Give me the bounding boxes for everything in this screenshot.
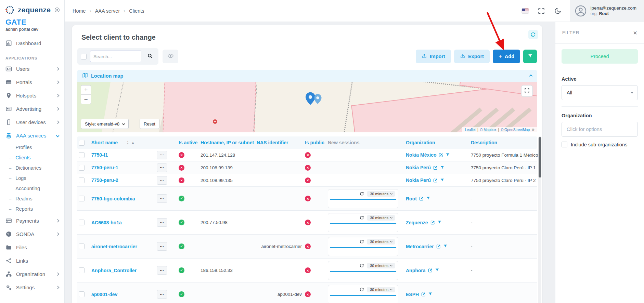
collapse-map-icon[interactable] xyxy=(529,74,533,78)
row-actions-button[interactable]: ••• xyxy=(157,218,167,227)
sidebar-subitem-logs[interactable]: –Logs xyxy=(0,173,64,183)
client-map-marker[interactable] xyxy=(312,93,323,105)
map-reset-button[interactable]: Reset xyxy=(140,119,159,129)
client-name-link[interactable]: AC6608-ho1a xyxy=(91,220,122,225)
client-name-link[interactable]: 7750-f1 xyxy=(91,152,108,158)
sidebar-item-files[interactable]: Files xyxy=(0,241,64,254)
zoom-out-button[interactable]: − xyxy=(81,95,91,104)
sidebar-item-settings[interactable]: Settings xyxy=(0,281,64,294)
row-actions-button[interactable]: ••• xyxy=(157,176,167,185)
client-name-link[interactable]: ap0001-dev xyxy=(91,292,117,297)
row-actions-button[interactable]: ••• xyxy=(157,151,167,159)
sidebar-item-links[interactable]: Links xyxy=(0,254,64,267)
select-all-checkbox[interactable] xyxy=(81,54,87,60)
fullscreen-icon[interactable] xyxy=(538,7,545,15)
org-filter-funnel-icon[interactable] xyxy=(440,165,445,170)
org-filter-funnel-icon[interactable] xyxy=(437,220,442,225)
row-checkbox[interactable] xyxy=(79,291,85,297)
row-actions-button[interactable]: ••• xyxy=(157,290,167,299)
row-checkbox[interactable] xyxy=(79,152,85,158)
map-style-select[interactable]: Style: emerald-v8 xyxy=(81,119,129,129)
search-input[interactable] xyxy=(90,51,141,62)
organization-link[interactable]: Nokia México xyxy=(406,152,436,158)
refresh-icon[interactable] xyxy=(360,263,364,268)
user-menu[interactable]: ipena@zequenze.com org: Root xyxy=(570,0,644,22)
org-filter-funnel-icon[interactable] xyxy=(428,292,433,297)
edit-icon[interactable] xyxy=(419,196,424,201)
sidebar-item-portals[interactable]: Portals xyxy=(0,76,64,89)
sidebar-subitem-realms[interactable]: –Realms xyxy=(0,194,64,204)
col-short-name[interactable]: Short name xyxy=(91,140,118,145)
scrollbar-thumb[interactable] xyxy=(539,137,541,177)
row-checkbox[interactable] xyxy=(79,220,85,225)
sidebar-subitem-profiles[interactable]: –Profiles xyxy=(0,142,64,153)
proceed-button[interactable]: Proceed xyxy=(562,49,638,64)
edit-icon[interactable] xyxy=(433,178,438,183)
sidebar-subitem-reports[interactable]: –Reports xyxy=(0,204,64,214)
sidebar-item-hotspots[interactable]: Hotspots xyxy=(0,89,64,102)
refresh-icon[interactable] xyxy=(360,239,364,244)
session-interval-select[interactable]: 30 minutes xyxy=(367,239,395,245)
sidebar-item-users[interactable]: Users xyxy=(0,62,64,76)
row-checkbox[interactable] xyxy=(79,243,85,249)
sidebar-subitem-dictionaries[interactable]: –Dictionaries xyxy=(0,163,64,173)
leaflet-link[interactable]: Leaflet xyxy=(465,128,476,132)
breadcrumb-home[interactable]: Home xyxy=(73,8,86,14)
row-checkbox[interactable] xyxy=(79,196,85,201)
refresh-icon[interactable] xyxy=(360,215,364,220)
sidebar-subitem-clients[interactable]: –Clients xyxy=(0,153,64,163)
organization-link[interactable]: Anphora xyxy=(406,268,426,273)
header-checkbox[interactable] xyxy=(79,140,85,146)
org-filter-funnel-icon[interactable] xyxy=(440,178,445,183)
include-sub-orgs-checkbox[interactable] xyxy=(562,142,567,147)
org-filter-funnel-icon[interactable] xyxy=(446,153,451,158)
sidebar-item-organization[interactable]: Organization xyxy=(0,267,64,281)
sort-icon[interactable]: ▲▼ ▲ xyxy=(127,141,134,145)
edit-icon[interactable] xyxy=(433,165,438,170)
organization-link[interactable]: Metrocarrier xyxy=(406,244,434,249)
session-interval-select[interactable]: 30 minutes xyxy=(367,191,395,197)
session-interval-select[interactable]: 30 minutes xyxy=(367,215,395,221)
col-organization[interactable]: Organization xyxy=(406,140,435,145)
close-icon[interactable]: × xyxy=(633,29,637,36)
sidebar-item-devices[interactable]: User devices xyxy=(0,116,64,129)
row-actions-button[interactable]: ••• xyxy=(157,242,167,251)
sidebar-item-payments[interactable]: Payments xyxy=(0,214,64,227)
session-interval-select[interactable]: 30 minutes xyxy=(367,287,395,292)
refresh-list-icon[interactable] xyxy=(528,30,538,39)
col-hostname[interactable]: Hostname, IP or subnet xyxy=(201,140,254,145)
col-description[interactable]: Description xyxy=(471,140,497,145)
location-map-header[interactable]: Location map xyxy=(77,70,537,82)
client-name-link[interactable]: aironet-metrocarrier xyxy=(91,244,137,249)
zoom-in-button[interactable]: + xyxy=(81,85,91,95)
row-actions-button[interactable]: ••• xyxy=(157,163,167,172)
osm-link[interactable]: © OpenStreetMap xyxy=(501,128,530,132)
col-nas-identifier[interactable]: NAS identifier xyxy=(257,140,288,145)
sidebar-item-sonda[interactable]: SONDA xyxy=(0,227,64,241)
client-name-link[interactable]: 7750-peru-2 xyxy=(91,177,118,183)
sidebar-item-dashboard[interactable]: Dashboard xyxy=(0,37,64,50)
col-is-public[interactable]: Is public xyxy=(305,140,324,145)
row-checkbox[interactable] xyxy=(79,177,85,183)
organization-link[interactable]: Nokia Perú xyxy=(406,165,431,170)
breadcrumb-aaa-server[interactable]: AAA server xyxy=(95,8,120,14)
add-button[interactable]: + Add xyxy=(493,50,520,63)
location-map[interactable]: + − Style: emerald-v8 Reset Leaflet | © … xyxy=(77,82,537,132)
filter-toggle-button[interactable] xyxy=(523,50,537,63)
client-name-link[interactable]: 7750-tigo-colombia xyxy=(91,196,135,201)
organization-link[interactable]: ESPH xyxy=(406,292,419,297)
refresh-icon[interactable] xyxy=(360,192,364,196)
edit-icon[interactable] xyxy=(428,268,433,273)
visibility-button[interactable] xyxy=(163,50,178,63)
edit-icon[interactable] xyxy=(438,153,443,158)
row-checkbox[interactable] xyxy=(79,267,85,273)
logo[interactable]: zequenze xyxy=(0,0,64,16)
sidebar-subitem-accounting[interactable]: –Accounting xyxy=(0,183,64,194)
active-filter-select[interactable]: All xyxy=(562,85,638,100)
organization-link[interactable]: Nokia Perú xyxy=(406,177,431,183)
col-is-active[interactable]: Is active xyxy=(179,140,197,145)
dark-mode-moon-icon[interactable] xyxy=(554,7,562,15)
import-button[interactable]: Import xyxy=(416,50,451,63)
row-actions-button[interactable]: ••• xyxy=(157,194,167,203)
export-button[interactable]: Export xyxy=(454,50,490,63)
